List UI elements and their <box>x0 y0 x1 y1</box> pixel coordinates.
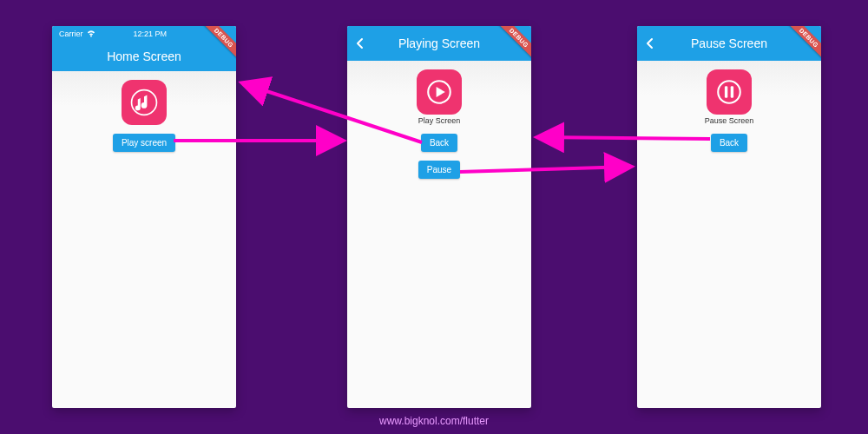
play-icon <box>417 69 462 115</box>
app-bar-title: Home Screen <box>107 49 181 63</box>
music-note-icon <box>122 80 167 125</box>
footer-link[interactable]: www.bigknol.com/flutter <box>0 415 868 427</box>
back-button[interactable]: Back <box>421 134 457 152</box>
app-bar-title: Playing Screen <box>398 36 480 50</box>
phone-home: Carrier 12:21 PM Home Screen Play screen… <box>52 26 236 408</box>
wifi-icon <box>87 30 95 38</box>
pause-icon <box>707 69 752 115</box>
carrier-label: Carrier <box>59 30 83 38</box>
app-bar: Pause Screen <box>637 26 821 61</box>
phone-pause: Pause Screen Pause Screen Back DEBUG <box>637 26 821 408</box>
pause-button[interactable]: Pause <box>418 161 460 179</box>
back-chevron-icon[interactable] <box>644 37 656 49</box>
icon-caption: Play Screen <box>418 116 461 125</box>
app-bar: Playing Screen <box>347 26 531 61</box>
back-chevron-icon[interactable] <box>354 37 366 49</box>
svg-point-2 <box>718 81 740 103</box>
app-bar-title: Pause Screen <box>691 36 767 50</box>
icon-caption: Pause Screen <box>705 116 754 125</box>
app-bar: Home Screen <box>52 42 236 71</box>
svg-rect-3 <box>725 86 727 98</box>
back-button[interactable]: Back <box>711 134 747 152</box>
play-screen-button[interactable]: Play screen <box>113 134 175 152</box>
clock-label: 12:21 PM <box>133 30 167 38</box>
svg-rect-4 <box>731 86 733 98</box>
phone-play: Playing Screen Play Screen Back Pause DE… <box>347 26 531 408</box>
